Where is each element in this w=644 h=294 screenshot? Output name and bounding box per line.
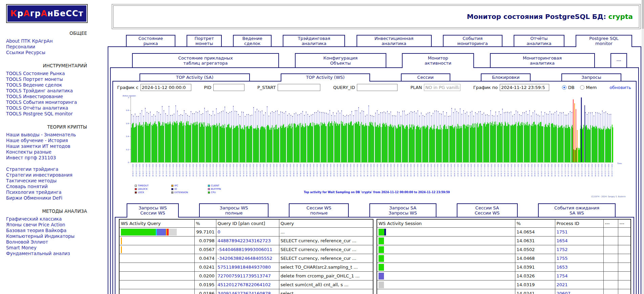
sidebar-link[interactable]: Словарь понятий xyxy=(6,184,107,189)
plan-input xyxy=(424,84,460,91)
sidebar-link[interactable]: Наши выводы - Знаменатель xyxy=(6,132,107,138)
svg-text:2024-11-12 05:10: 2024-11-12 05:10 xyxy=(236,164,238,177)
process-id-link[interactable]: 2021 xyxy=(557,282,568,287)
tab-main-6[interactable]: Событиямониторинга xyxy=(443,35,502,47)
sidebar-group-gap xyxy=(0,161,107,166)
sidebar-link[interactable]: TOOLS Состояние Рынка xyxy=(6,71,107,76)
tab-monitor-2[interactable]: КонфигурацияОбъекты xyxy=(295,53,386,68)
process-id-link[interactable]: 1751 xyxy=(557,229,568,234)
sidebar-link[interactable]: Графический классика xyxy=(6,216,107,222)
tab-main-3[interactable]: Ведениесделок xyxy=(233,35,272,47)
tab-result-5[interactable]: Сессии SAСессии WS xyxy=(457,203,518,218)
sidebar-link[interactable]: Персоналии xyxy=(6,44,107,50)
tab-main-4[interactable]: Трэйдинговаяаналитика xyxy=(283,35,345,47)
svg-text:2024-11-12 21:00: 2024-11-12 21:00 xyxy=(554,164,556,177)
tab-monitor-4[interactable]: Мониторинговаяаналитика xyxy=(490,53,595,68)
sidebar-link[interactable]: Стратегии инвестирования xyxy=(6,172,107,178)
chart-from-input[interactable] xyxy=(141,84,191,91)
sidebar-link[interactable]: Базовая теория Вайкофа xyxy=(6,228,107,233)
refresh-link[interactable]: обновить xyxy=(609,85,631,90)
tab-result-6[interactable]: События ожиданияSA WS xyxy=(538,203,616,218)
percent-cell: 14.0391 xyxy=(515,263,555,272)
query-id-cell: -5440468819993006011 xyxy=(216,245,279,254)
svg-text:2024-11-12 08:30: 2024-11-12 08:30 xyxy=(303,164,305,177)
tab-main-7[interactable]: Отчётыаналитика xyxy=(514,35,564,47)
sidebar-link[interactable]: Конспекты разные xyxy=(6,149,107,155)
svg-text:2024-11-12 00:20: 2024-11-12 00:20 xyxy=(139,164,141,177)
sidebar-link[interactable]: TOOLS Ведение сделок xyxy=(6,82,107,88)
tab-activity-2[interactable]: TOP Activity (WS) xyxy=(281,73,370,82)
sidebar-link[interactable]: Наши заметки ИТ методов xyxy=(6,143,107,149)
process-id-link[interactable]: 1754 xyxy=(557,273,568,278)
scrollbar-thumb[interactable] xyxy=(642,0,644,29)
sidebar-link[interactable]: TOOLS Портрет монеты xyxy=(6,76,107,82)
query-id-link[interactable]: 3409146273674160878 xyxy=(218,291,271,294)
p-start-input[interactable] xyxy=(278,84,320,91)
sidebar-link[interactable]: Психология трейдинга xyxy=(6,189,107,195)
process-id-link[interactable]: 1755 xyxy=(557,256,568,261)
sidebar-section-header: ТЕОРИЯ КРИПТЫ xyxy=(0,124,87,130)
tab-activity-4[interactable]: Блокировки xyxy=(481,73,531,82)
query-id-link[interactable]: 4488789422343162723 xyxy=(218,238,271,243)
sidebar-link[interactable]: Стратегии трэйдинга xyxy=(6,166,107,172)
tab-monitor-1[interactable]: Состояние прикладныхтаблиц агрегатора xyxy=(132,53,279,68)
tab-result-4[interactable]: Запросы SAЗапросы WS xyxy=(369,203,436,218)
sidebar-link[interactable]: Наше обучение - История xyxy=(6,138,107,143)
svg-text:2024-11-12 14:10: 2024-11-12 14:10 xyxy=(417,164,418,177)
tab-monitor-5[interactable]: --- xyxy=(610,53,627,68)
sidebar-link[interactable]: About ПТК КрАгрАн xyxy=(6,38,107,44)
radio-mem-control[interactable] xyxy=(580,85,584,90)
sidebar-link[interactable]: Японы свечи Price Action xyxy=(6,222,107,228)
process-id-link[interactable]: 1654 xyxy=(557,238,568,243)
tab-label: Трэйдинговая xyxy=(298,36,330,41)
sidebar-link[interactable]: TOOLS Трэйдинг аналитика xyxy=(6,88,107,94)
query-id-link[interactable]: 4512012767822064102 xyxy=(218,282,271,287)
sidebar-link[interactable]: Волновой Эллиот xyxy=(6,239,107,245)
radio-db-control[interactable] xyxy=(562,85,566,90)
query-id-input[interactable] xyxy=(357,84,398,91)
sidebar-link[interactable]: Биржи Обменники DeFi xyxy=(6,195,107,201)
top-activity-ws-panel: График с PID P_START QUERY_ID xyxy=(112,81,637,294)
tab-main-8[interactable]: Postgree SQLmonitor xyxy=(576,35,632,47)
svg-text:2024-11-12 07:10: 2024-11-12 07:10 xyxy=(276,164,278,177)
bar-segment xyxy=(121,246,122,253)
sidebar-link[interactable]: Тактические методы xyxy=(6,178,107,184)
tab-result-1[interactable]: Запросы WSСессии WS xyxy=(127,203,179,218)
process-id-link[interactable]: 1752 xyxy=(557,247,568,252)
sidebar-link[interactable]: Фундаментальный анализ xyxy=(6,251,107,256)
pid-input[interactable] xyxy=(213,84,244,91)
sidebar-link[interactable]: TOOLS Postgree SQL monitor xyxy=(6,111,107,117)
chart-filter-row: График с PID P_START QUERY_ID xyxy=(113,82,636,92)
tab-main-5[interactable]: Инвестиционнаяаналитика xyxy=(357,35,432,47)
query-id-link[interactable]: -5440468819993006011 xyxy=(218,247,273,252)
tab-main-1[interactable]: Состояниерынка xyxy=(126,35,175,47)
tab-activity-3[interactable]: Сессии xyxy=(401,73,450,82)
sidebar-link[interactable]: TOOLS Отчёты аналитика xyxy=(6,105,107,111)
query-id-link[interactable]: 7270075911739513747 xyxy=(218,273,271,278)
sidebar-link[interactable]: TOOLS Инвестирование xyxy=(6,94,107,99)
radio-mem[interactable]: Mem xyxy=(580,85,597,90)
svg-text:2024-11-12 06:50: 2024-11-12 06:50 xyxy=(270,164,271,177)
query-id-link[interactable]: 5751189818484937080 xyxy=(218,265,271,270)
tab-result-2[interactable]: Запросы WSполные xyxy=(199,203,269,218)
sidebar-link[interactable]: Ссылки Ресурсы xyxy=(6,50,107,55)
sidebar-link[interactable]: Компьютерный Индикаторы xyxy=(6,233,107,239)
query-id-link[interactable]: -3420638824648405552 xyxy=(218,256,273,261)
tab-activity-5[interactable]: Запросы xyxy=(561,73,621,82)
radio-db[interactable]: DB xyxy=(562,85,575,90)
tab-label: Сессии SA xyxy=(475,205,499,211)
tab-main-2[interactable]: Портретмонеты xyxy=(187,35,222,47)
tab-activity-1[interactable]: TOP Activity (SA) xyxy=(139,73,250,82)
tab-label: Запросы WS xyxy=(389,210,417,216)
tab-result-3[interactable]: Сессии WSполные xyxy=(289,203,349,218)
process-id-link[interactable]: 20607 xyxy=(557,291,571,294)
sidebar-link[interactable]: Инвест пртф 231103 xyxy=(6,155,107,161)
query-id-link[interactable]: 0 xyxy=(218,229,220,234)
bar-segment xyxy=(121,238,122,244)
chart-to-input[interactable] xyxy=(500,84,549,91)
vertical-scrollbar[interactable] xyxy=(642,0,644,294)
sidebar-link[interactable]: TOOLS События мониторинга xyxy=(6,99,107,105)
process-id-link[interactable]: 1653 xyxy=(557,265,568,270)
tab-monitor-3[interactable]: Мониторактивности xyxy=(402,53,474,68)
sidebar-link[interactable]: Smart Money xyxy=(6,245,107,251)
